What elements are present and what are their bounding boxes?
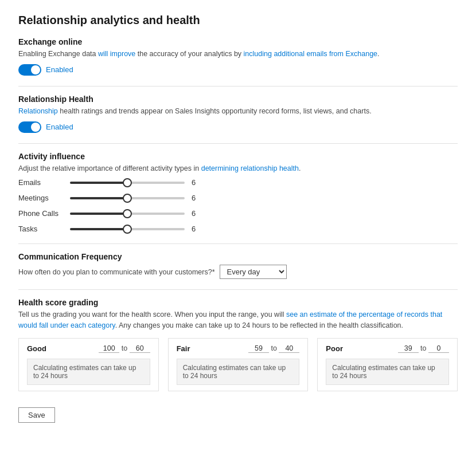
- slider-input-phone-calls[interactable]: [70, 213, 185, 215]
- slider-track-2: [70, 213, 185, 215]
- slider-label-emails: Emails: [18, 178, 70, 187]
- exchange-online-toggle-label: Enabled: [46, 65, 73, 74]
- slider-input-meetings[interactable]: [70, 197, 185, 199]
- health-card-header-2: Poor to: [326, 344, 449, 353]
- slider-track-1: [70, 197, 185, 199]
- comm-freq-row: How often do you plan to communicate wit…: [18, 265, 458, 279]
- health-card-poor: Poor to Calculating estimates can take u…: [317, 338, 458, 391]
- health-card-title-good: Good: [27, 344, 46, 353]
- divider-3: [18, 243, 458, 244]
- health-card-fair: Fair to Calculating estimates can take u…: [168, 338, 309, 391]
- slider-track-3: [70, 228, 185, 230]
- relationship-health-link[interactable]: Relationship: [18, 107, 58, 115]
- relationship-health-toggle-label: Enabled: [46, 123, 73, 131]
- slider-row: Emails6: [18, 178, 458, 187]
- health-score-grading-section: Health score grading Tell us the grading…: [18, 298, 458, 391]
- health-card-to-1[interactable]: [279, 344, 299, 353]
- health-card-to-0[interactable]: [130, 344, 150, 353]
- relationship-health-section: Relationship Health Relationship health …: [18, 95, 458, 133]
- relationship-health-description: Relationship health ratings and trends a…: [18, 106, 458, 117]
- health-card-title-poor: Poor: [326, 344, 343, 353]
- health-card-from-2[interactable]: [398, 344, 419, 353]
- slider-input-emails[interactable]: [70, 182, 185, 184]
- slider-label-tasks: Tasks: [18, 225, 70, 233]
- slider-value-2: 6: [192, 209, 201, 218]
- relationship-health-toggle[interactable]: [18, 121, 41, 133]
- activity-influence-link[interactable]: determining relationship health: [201, 164, 299, 172]
- exchange-online-section: Exchange online Enabling Exchange data w…: [18, 37, 458, 76]
- slider-label-meetings: Meetings: [18, 194, 70, 202]
- communication-frequency-section: Communication Frequency How often do you…: [18, 252, 458, 279]
- communication-frequency-heading: Communication Frequency: [18, 252, 458, 261]
- relationship-health-toggle-row: Enabled: [18, 121, 458, 133]
- health-score-grading-description: Tell us the grading you want for the hea…: [18, 309, 458, 331]
- health-score-grading-heading: Health score grading: [18, 298, 458, 307]
- divider-1: [18, 86, 458, 87]
- health-card-from-0[interactable]: [99, 344, 119, 353]
- exchange-online-link1[interactable]: will improve: [98, 50, 135, 58]
- slider-track-0: [70, 182, 185, 184]
- health-card-header-0: Good to: [27, 344, 150, 353]
- exchange-online-link2[interactable]: including additional emails from Exchang…: [244, 50, 377, 58]
- health-card-range-0: to: [99, 344, 150, 353]
- health-card-range-2: to: [398, 344, 449, 353]
- health-card-good: Good to Calculating estimates can take u…: [18, 338, 159, 391]
- exchange-online-toggle[interactable]: [18, 64, 41, 76]
- slider-row: Meetings6: [18, 194, 458, 202]
- health-card-header-1: Fair to: [177, 344, 300, 353]
- health-card-from-1[interactable]: [248, 344, 269, 353]
- activity-influence-description: Adjust the relative importance of differ…: [18, 163, 458, 174]
- health-cards-container: Good to Calculating estimates can take u…: [18, 338, 458, 391]
- health-card-body-2: Calculating estimates can take up to 24 …: [326, 359, 449, 385]
- slider-value-0: 6: [192, 178, 201, 187]
- slider-input-tasks[interactable]: [70, 228, 185, 230]
- save-button[interactable]: Save: [18, 407, 55, 423]
- exchange-online-toggle-row: Enabled: [18, 64, 458, 76]
- exchange-online-heading: Exchange online: [18, 37, 458, 46]
- slider-row: Tasks6: [18, 225, 458, 233]
- page-title: Relationship analytics and health: [18, 14, 458, 27]
- activity-influence-section: Activity influence Adjust the relative i…: [18, 152, 458, 234]
- relationship-health-heading: Relationship Health: [18, 95, 458, 104]
- health-card-to-2[interactable]: [428, 344, 449, 353]
- comm-freq-description: How often do you plan to communicate wit…: [18, 268, 215, 276]
- slider-row: Phone Calls6: [18, 209, 458, 218]
- divider-4: [18, 289, 458, 290]
- health-card-body-0: Calculating estimates can take up to 24 …: [27, 359, 150, 385]
- comm-freq-select[interactable]: Every dayEvery weekEvery monthEvery quar…: [220, 265, 287, 279]
- activity-influence-heading: Activity influence: [18, 152, 458, 161]
- slider-value-1: 6: [192, 194, 201, 202]
- health-card-title-fair: Fair: [177, 344, 190, 353]
- exchange-online-description: Enabling Exchange data will improve the …: [18, 49, 458, 60]
- health-card-range-1: to: [248, 344, 299, 353]
- slider-label-phone-calls: Phone Calls: [18, 209, 70, 218]
- health-card-body-1: Calculating estimates can take up to 24 …: [177, 359, 300, 385]
- slider-value-3: 6: [192, 225, 201, 233]
- divider-2: [18, 143, 458, 144]
- sliders-container: Emails6Meetings6Phone Calls6Tasks6: [18, 178, 458, 233]
